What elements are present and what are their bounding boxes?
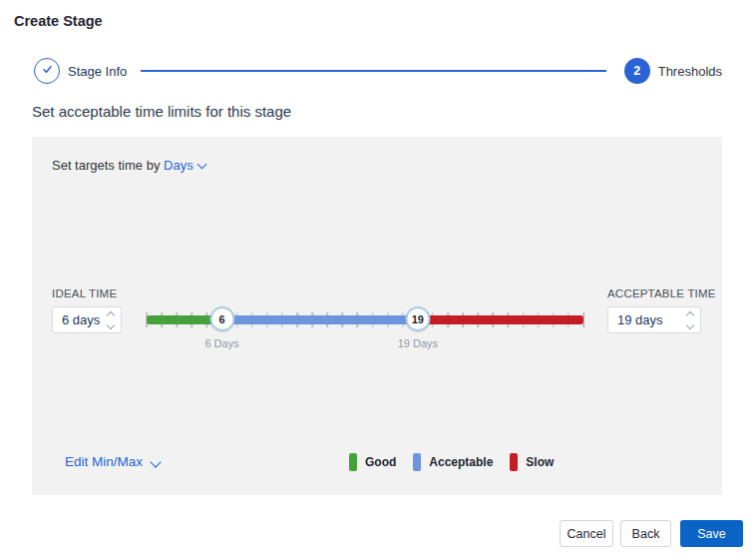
edit-minmax-button[interactable]: Edit Min/Max <box>65 454 160 469</box>
edit-minmax-label: Edit Min/Max <box>65 454 143 469</box>
chevron-down-icon[interactable] <box>686 320 694 328</box>
slider-legend: Good Acceptable Slow <box>349 453 554 471</box>
targets-time-row: Set targets time by Days <box>52 158 205 173</box>
step-stage-info-label: Stage Info <box>68 64 127 79</box>
legend-item-slow: Slow <box>510 453 554 471</box>
create-stage-dialog: Create Stage Stage Info 2 Thresholds Set… <box>0 0 756 559</box>
step-number-indicator: 2 <box>624 58 650 84</box>
slow-color-swatch <box>510 453 518 471</box>
page-title: Create Stage <box>14 13 103 29</box>
ideal-handle-caption: 6 Days <box>204 337 238 349</box>
chevron-up-icon[interactable] <box>107 310 115 318</box>
step-complete-indicator <box>34 58 60 84</box>
legend-item-good: Good <box>349 453 396 471</box>
stepper: Stage Info 2 Thresholds <box>34 57 722 85</box>
ideal-slider-handle[interactable]: 6 <box>209 306 234 331</box>
cancel-button[interactable]: Cancel <box>560 520 613 547</box>
ideal-time-input[interactable]: 6 days <box>52 306 122 333</box>
good-color-swatch <box>349 453 357 471</box>
chevron-up-icon[interactable] <box>686 310 694 318</box>
back-button[interactable]: Back <box>620 520 671 547</box>
legend-label: Acceptable <box>429 455 493 469</box>
step-thresholds[interactable]: 2 Thresholds <box>624 58 722 84</box>
acceptable-time-field: ACCEPTABLE TIME 19 days <box>607 287 716 333</box>
chevron-down-icon <box>150 456 161 467</box>
acceptable-color-swatch <box>413 453 421 471</box>
legend-label: Good <box>365 455 396 469</box>
acceptable-time-stepper[interactable] <box>687 312 693 328</box>
chevron-down-icon <box>196 160 206 170</box>
ideal-time-stepper[interactable] <box>108 312 114 328</box>
slider-segment-acceptable <box>222 315 418 324</box>
thresholds-panel: Set targets time by Days IDEAL TIME 6 da… <box>32 137 722 495</box>
legend-label: Slow <box>526 455 554 469</box>
targets-time-label: Set targets time by <box>52 158 160 173</box>
ideal-time-value: 6 days <box>62 312 100 327</box>
legend-item-acceptable: Acceptable <box>413 453 493 471</box>
acceptable-handle-caption: 19 Days <box>398 337 438 349</box>
ideal-time-label: IDEAL TIME <box>52 287 122 299</box>
chevron-down-icon[interactable] <box>107 320 115 328</box>
stepper-connector-line <box>141 70 605 72</box>
section-subtitle: Set acceptable time limits for this stag… <box>32 103 291 120</box>
step-thresholds-label: Thresholds <box>658 64 722 79</box>
unit-dropdown-value: Days <box>164 158 193 173</box>
acceptable-time-value: 19 days <box>617 312 663 327</box>
acceptable-time-label: ACCEPTABLE TIME <box>607 287 716 299</box>
save-button[interactable]: Save <box>680 520 743 547</box>
step-stage-info[interactable]: Stage Info <box>34 58 127 84</box>
ideal-time-field: IDEAL TIME 6 days <box>52 287 122 333</box>
threshold-slider: 6 19 6 Days 19 Days <box>147 304 583 334</box>
acceptable-time-input[interactable]: 19 days <box>607 306 701 333</box>
acceptable-slider-handle[interactable]: 19 <box>405 306 430 331</box>
check-icon <box>41 62 54 80</box>
unit-dropdown[interactable]: Days <box>164 158 205 173</box>
slider-segment-slow <box>418 315 583 324</box>
